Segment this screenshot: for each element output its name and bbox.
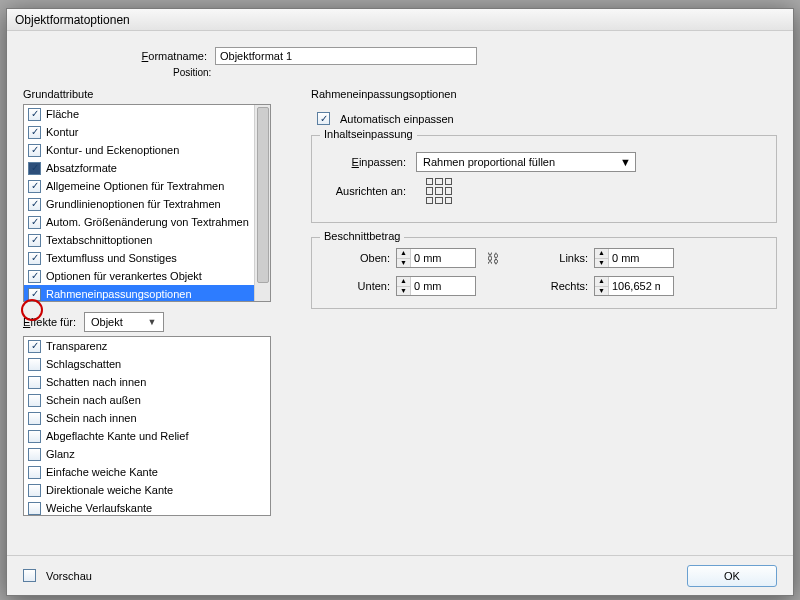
link-icon[interactable]: ⛓ (482, 251, 502, 266)
checkbox[interactable] (28, 430, 41, 443)
list-item[interactable]: Direktionale weiche Kante (24, 481, 270, 499)
list-item-label: Kontur- und Eckenoptionen (46, 144, 179, 156)
left-column: Grundattribute FlächeKonturKontur- und E… (23, 88, 283, 516)
list-item-label: Textumfluss und Sonstiges (46, 252, 177, 264)
checkbox[interactable] (28, 270, 41, 283)
checkbox[interactable] (28, 484, 41, 497)
list-item-label: Abgeflachte Kante und Relief (46, 430, 189, 442)
list-item-label: Optionen für verankertes Objekt (46, 270, 202, 282)
format-name-label: Formatname: (123, 50, 207, 62)
list-item-label: Direktionale weiche Kante (46, 484, 173, 496)
list-item[interactable]: Schlagschatten (24, 355, 270, 373)
crop-bottom-input[interactable]: ▲▼ (396, 276, 476, 296)
auto-fit-checkbox[interactable] (317, 112, 330, 125)
effects-list[interactable]: TransparenzSchlagschattenSchatten nach i… (23, 336, 271, 516)
list-item[interactable]: Textumfluss und Sonstiges (24, 249, 270, 267)
preview-checkbox[interactable] (23, 569, 36, 582)
list-item[interactable]: Textabschnittoptionen (24, 231, 270, 249)
position-label: Position: (173, 67, 777, 78)
list-item-label: Allgemeine Optionen für Textrahmen (46, 180, 224, 192)
list-item-label: Transparenz (46, 340, 107, 352)
crop-title: Beschnittbetrag (320, 230, 404, 242)
checkbox[interactable] (28, 340, 41, 353)
list-item[interactable]: Einfache weiche Kante (24, 463, 270, 481)
format-name-input[interactable] (215, 47, 477, 65)
effects-for-select[interactable]: Objekt ▼ (84, 312, 164, 332)
crop-group: Beschnittbetrag Oben: ▲▼ ⛓ Links: ▲▼ (311, 237, 777, 309)
list-item[interactable]: Kontur- und Eckenoptionen (24, 141, 270, 159)
basic-attributes-list[interactable]: FlächeKonturKontur- und EckenoptionenAbs… (23, 104, 271, 302)
crop-top-label: Oben: (326, 252, 390, 264)
align-label: Ausrichten an: (326, 185, 406, 197)
checkbox[interactable] (28, 108, 41, 121)
list-item[interactable]: Schein nach außen (24, 391, 270, 409)
list-item-label: Grundlinienoptionen für Textrahmen (46, 198, 221, 210)
checkbox[interactable] (28, 144, 41, 157)
crop-bottom-label: Unten: (326, 280, 390, 292)
scrollbar-thumb[interactable] (257, 107, 269, 283)
checkbox[interactable] (28, 126, 41, 139)
window-title: Objektformatoptionen (15, 13, 130, 27)
checkbox[interactable] (28, 376, 41, 389)
checkbox[interactable] (28, 252, 41, 265)
format-name-row: Formatname: (123, 47, 777, 65)
align-row: Ausrichten an: (326, 178, 762, 204)
checkbox[interactable] (28, 216, 41, 229)
right-column: Rahmeneinpassungsoptionen Automatisch ei… (311, 88, 777, 516)
frame-fitting-title: Rahmeneinpassungsoptionen (311, 88, 777, 100)
checkbox[interactable] (28, 502, 41, 515)
effects-for-row: Effekte für: Objekt ▼ (23, 312, 283, 332)
auto-fit-label: Automatisch einpassen (340, 113, 454, 125)
crop-left-input[interactable]: ▲▼ (594, 248, 674, 268)
list-item[interactable]: Rahmeneinpassungsoptionen (24, 285, 270, 302)
list-item[interactable]: Fläche (24, 105, 270, 123)
checkbox[interactable] (28, 412, 41, 425)
crop-right-input[interactable]: ▲▼ (594, 276, 674, 296)
list-item-label: Schein nach außen (46, 394, 141, 406)
list-item[interactable]: Autom. Größenänderung von Textrahmen (24, 213, 270, 231)
list-item[interactable]: Weiche Verlaufskante (24, 499, 270, 517)
list-item[interactable]: Glanz (24, 445, 270, 463)
checkbox[interactable] (28, 234, 41, 247)
scrollbar[interactable] (254, 105, 270, 301)
checkbox[interactable] (28, 448, 41, 461)
chevron-down-icon: ▼ (145, 317, 159, 327)
checkbox[interactable] (28, 288, 41, 301)
list-item[interactable]: Absatzformate (24, 159, 270, 177)
checkbox[interactable] (28, 180, 41, 193)
dialog-window: Objektformatoptionen Formatname: Positio… (6, 8, 794, 596)
list-item-label: Kontur (46, 126, 78, 138)
list-item-label: Einfache weiche Kante (46, 466, 158, 478)
basic-attributes-title: Grundattribute (23, 88, 283, 100)
list-item[interactable]: Schein nach innen (24, 409, 270, 427)
list-item[interactable]: Grundlinienoptionen für Textrahmen (24, 195, 270, 213)
list-item[interactable]: Kontur (24, 123, 270, 141)
preview-label: Vorschau (46, 570, 92, 582)
fit-select[interactable]: Rahmen proportional füllen ▼ (416, 152, 636, 172)
list-item-label: Rahmeneinpassungsoptionen (46, 288, 192, 300)
list-item[interactable]: Allgemeine Optionen für Textrahmen (24, 177, 270, 195)
fit-label: Einpassen: (326, 156, 406, 168)
effects-for-value: Objekt (91, 316, 123, 328)
list-item-label: Weiche Verlaufskante (46, 502, 152, 514)
list-item-label: Glanz (46, 448, 75, 460)
list-item[interactable]: Optionen für verankertes Objekt (24, 267, 270, 285)
checkbox[interactable] (28, 394, 41, 407)
list-item-label: Autom. Größenänderung von Textrahmen (46, 216, 249, 228)
list-item-label: Schatten nach innen (46, 376, 146, 388)
content-fitting-group: Inhaltseinpassung Einpassen: Rahmen prop… (311, 135, 777, 223)
list-item[interactable]: Transparenz (24, 337, 270, 355)
checkbox[interactable] (28, 162, 41, 175)
list-item-label: Textabschnittoptionen (46, 234, 152, 246)
list-item[interactable]: Abgeflachte Kante und Relief (24, 427, 270, 445)
ok-button[interactable]: OK (687, 565, 777, 587)
crop-top-input[interactable]: ▲▼ (396, 248, 476, 268)
list-item[interactable]: Schatten nach innen (24, 373, 270, 391)
checkbox[interactable] (28, 466, 41, 479)
list-item-label: Schlagschatten (46, 358, 121, 370)
anchor-grid[interactable] (426, 178, 452, 204)
checkbox[interactable] (28, 358, 41, 371)
crop-right-label: Rechts: (518, 280, 588, 292)
titlebar: Objektformatoptionen (7, 9, 793, 31)
checkbox[interactable] (28, 198, 41, 211)
